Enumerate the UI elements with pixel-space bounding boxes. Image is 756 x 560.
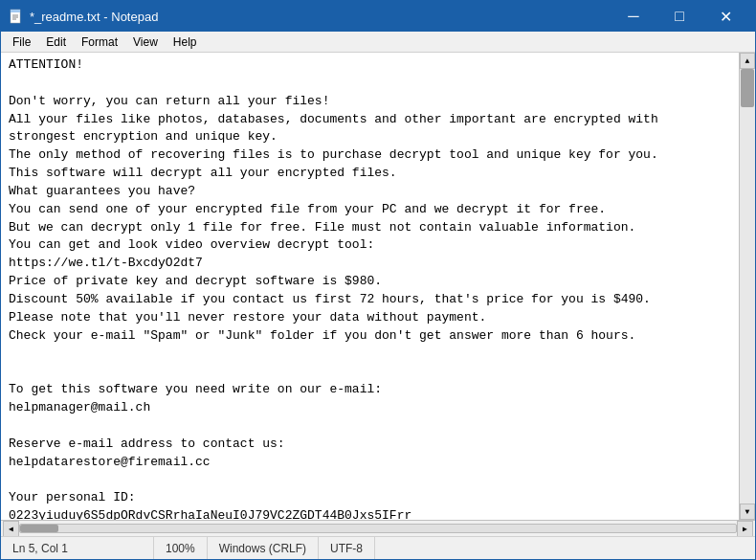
scroll-left-button[interactable]: ◀ bbox=[3, 521, 19, 537]
scroll-track[interactable] bbox=[740, 69, 755, 504]
notepad-window: *_readme.txt - Notepad ─ □ ✕ File Edit F… bbox=[0, 0, 756, 560]
vertical-scrollbar[interactable]: ▲ ▼ bbox=[739, 53, 755, 520]
status-bar: Ln 5, Col 1 100% Windows (CRLF) UTF-8 bbox=[1, 536, 755, 559]
menu-bar: File Edit Format View Help bbox=[1, 32, 755, 53]
window-controls: ─ □ ✕ bbox=[611, 1, 747, 32]
scroll-thumb[interactable] bbox=[741, 69, 754, 107]
content-scrollable-area: ATTENTION! Don't worry, you can return a… bbox=[1, 53, 755, 520]
menu-help[interactable]: Help bbox=[166, 32, 205, 52]
cursor-position: Ln 5, Col 1 bbox=[1, 537, 154, 559]
zoom-level: 100% bbox=[154, 537, 208, 559]
menu-edit[interactable]: Edit bbox=[38, 32, 74, 52]
close-button[interactable]: ✕ bbox=[703, 1, 747, 32]
svg-rect-1 bbox=[11, 10, 20, 12]
minimize-button[interactable]: ─ bbox=[611, 1, 656, 32]
h-scroll-track[interactable] bbox=[19, 524, 737, 533]
scroll-down-button[interactable]: ▼ bbox=[740, 504, 755, 520]
title-bar: *_readme.txt - Notepad ─ □ ✕ bbox=[1, 1, 755, 32]
menu-view[interactable]: View bbox=[125, 32, 166, 52]
horizontal-scrollbar[interactable]: ◀ ▶ bbox=[1, 520, 755, 536]
menu-file[interactable]: File bbox=[5, 32, 38, 52]
scroll-right-button[interactable]: ▶ bbox=[737, 521, 753, 537]
line-endings: Windows (CRLF) bbox=[208, 537, 319, 559]
text-content[interactable]: ATTENTION! Don't worry, you can return a… bbox=[1, 53, 739, 520]
menu-format[interactable]: Format bbox=[74, 32, 125, 52]
encoding: UTF-8 bbox=[319, 537, 375, 559]
h-scroll-thumb[interactable] bbox=[20, 525, 58, 532]
scroll-up-button[interactable]: ▲ bbox=[740, 53, 755, 69]
app-icon bbox=[9, 9, 24, 24]
maximize-button[interactable]: □ bbox=[657, 1, 701, 32]
window-title: *_readme.txt - Notepad bbox=[30, 10, 611, 24]
